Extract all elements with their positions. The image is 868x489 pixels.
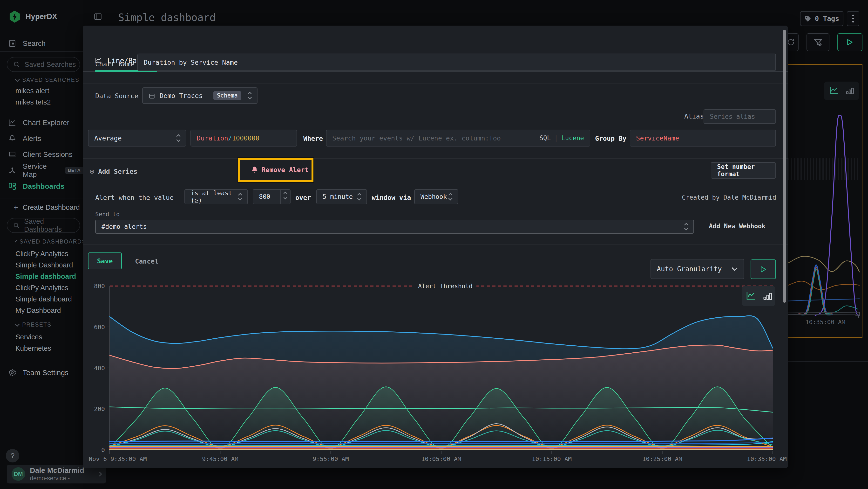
select-chevrons-icon [177, 135, 180, 141]
dashboard-list-item[interactable]: ClickPy Analytics [16, 284, 68, 292]
run-chart-button[interactable] [751, 259, 776, 279]
chart-name-input[interactable]: Duration by Service Name [137, 54, 776, 71]
sidebar-item-team-settings[interactable]: Team Settings [0, 365, 83, 380]
sidebar-item-dashboards[interactable]: Dashboards [0, 179, 83, 194]
query-language-toggle[interactable]: SQL | Lucene [539, 135, 584, 142]
modal-scrollbar[interactable] [783, 30, 786, 303]
granularity-select[interactable]: Auto Granularity [651, 259, 744, 279]
svg-text:10:05:00 AM: 10:05:00 AM [421, 456, 461, 462]
set-number-format-button[interactable]: Set number format [711, 162, 776, 179]
presets-header[interactable]: PRESETS [15, 321, 83, 328]
preset-item[interactable]: Services [16, 333, 42, 341]
gear-icon [8, 369, 17, 377]
saved-dashboards-header[interactable]: SAVED DASHBOARDS [15, 238, 83, 245]
sidebar-item-client-sessions[interactable]: Client Sessions [0, 147, 83, 162]
remove-alert-button[interactable]: Remove Alert [251, 166, 309, 174]
svg-text:800: 800 [94, 283, 105, 290]
tags-button[interactable]: 0 Tags [800, 11, 843, 26]
where-input[interactable]: Search your events w/ Lucene ex. column:… [326, 130, 590, 146]
divider [83, 158, 788, 159]
divider [83, 84, 788, 84]
dashboard-list-item[interactable]: My Dashboard [16, 307, 61, 315]
where-label: Where [303, 135, 323, 142]
field-expression-input[interactable]: Duration/1000000 [190, 130, 297, 146]
saved-search-item[interactable]: mikes alert [16, 87, 49, 95]
saved-searches-header[interactable]: SAVED SEARCHES [15, 77, 83, 83]
dashboard-list-item[interactable]: ClickPy Analytics [16, 250, 68, 258]
series-amber-flat [110, 447, 773, 447]
dashboard-list-item[interactable]: Simple dashboard [16, 272, 76, 281]
sidebar-divider [0, 51, 83, 52]
sidebar-item-service-map[interactable]: Service MapBETA [0, 163, 83, 178]
chart-editor-modal: Line/BarTable123NumberSearchMarkdown Cha… [83, 26, 788, 468]
preset-item[interactable]: Kubernetes [16, 344, 51, 352]
background-tile-divider [788, 361, 868, 362]
alert-channel-select[interactable]: Webhook [414, 189, 458, 204]
user-name: Dale McDiarmid [30, 466, 84, 475]
play-icon [847, 39, 853, 46]
alias-label: Alias [684, 113, 704, 120]
help-button[interactable]: ? [6, 449, 19, 462]
saved-dashboards-input[interactable]: Saved Dashboards [7, 218, 80, 233]
aggregation-select[interactable]: Average [88, 130, 186, 146]
saved-searches-input[interactable]: Saved Searches [7, 57, 80, 72]
number-stepper[interactable] [280, 189, 290, 204]
tile-resize-handle[interactable] [856, 312, 860, 316]
svg-text:Alert Threshold: Alert Threshold [418, 283, 472, 290]
select-chevrons-icon [239, 194, 242, 200]
chevron-down-icon [732, 267, 738, 271]
laptop-icon [8, 150, 17, 159]
filter-edit-icon [813, 37, 823, 47]
data-source-label: Data Source [95, 92, 138, 100]
dashboard-list-item[interactable]: Simple Dashboard [16, 261, 73, 269]
alert-window-select[interactable]: 5 minute [316, 189, 367, 204]
refresh-icon [787, 38, 795, 46]
add-series-button[interactable]: ⊕ Add Series [90, 167, 137, 176]
saved-search-item[interactable]: mikes tets2 [16, 98, 51, 106]
search-journal-icon [8, 39, 17, 48]
sidebar-item-alerts[interactable]: Alerts [0, 131, 83, 146]
service-map-icon [8, 166, 17, 174]
select-chevrons-icon [449, 194, 452, 200]
page-title[interactable]: Simple dashboard [118, 11, 216, 23]
alert-threshold-input[interactable]: 800 [253, 189, 290, 204]
save-button[interactable]: Save [88, 253, 122, 269]
svg-text:0: 0 [101, 447, 105, 454]
plus-icon: + [13, 203, 18, 212]
run-query-button-header[interactable] [837, 33, 863, 51]
search-icon [13, 222, 20, 229]
brand-logo[interactable]: HyperDX [9, 10, 57, 23]
alert-condition-select[interactable]: is at least (≥) [184, 189, 248, 204]
schema-badge: Schema [213, 91, 241, 100]
svg-text:600: 600 [94, 324, 105, 331]
chevron-right-icon [97, 471, 102, 477]
brand-name: HyperDX [26, 12, 57, 21]
chart-type-toggle[interactable] [742, 286, 775, 306]
play-icon [760, 266, 767, 273]
sidebar-collapse-icon[interactable] [94, 12, 102, 21]
chart-name-label: Chart Name [95, 60, 134, 68]
filter-button[interactable] [807, 33, 830, 51]
add-new-webhook-button[interactable]: Add New Webhook [709, 223, 766, 230]
bar-chart-icon[interactable] [763, 291, 772, 301]
preview-chart[interactable]: 8006004002000Nov 6 9:35:00 AM9:45:00 AM9… [83, 278, 788, 468]
send-to-select[interactable]: #demo-alerts [95, 220, 694, 234]
beta-badge: BETA [65, 167, 83, 174]
create-dashboard-button[interactable]: + Create Dashboard [13, 203, 80, 212]
background-tile-x-label: 10:35:00 AM [788, 319, 863, 325]
user-org: demo-service - [30, 475, 84, 482]
series-alias-input[interactable]: Series alias [704, 109, 776, 124]
svg-text:10:15:00 AM: 10:15:00 AM [532, 456, 572, 462]
sidebar-item-chart-explorer[interactable]: Chart Explorer [0, 115, 83, 130]
kebab-menu-button[interactable] [847, 11, 859, 26]
group-by-input[interactable]: ServiceName [630, 130, 776, 146]
svg-text:9:55:00 AM: 9:55:00 AM [312, 456, 349, 462]
dashboard-list-item[interactable]: Simple dashboard [16, 295, 72, 303]
chevron-down-icon [15, 77, 20, 82]
alert-prefix-label: Alert when the value [95, 194, 174, 201]
cancel-button[interactable]: Cancel [135, 258, 159, 265]
line-chart-icon[interactable] [745, 291, 756, 301]
data-source-select[interactable]: Demo Traces Schema [142, 87, 257, 104]
select-chevrons-icon [248, 92, 251, 99]
sidebar-item-search[interactable]: Search [0, 36, 83, 51]
